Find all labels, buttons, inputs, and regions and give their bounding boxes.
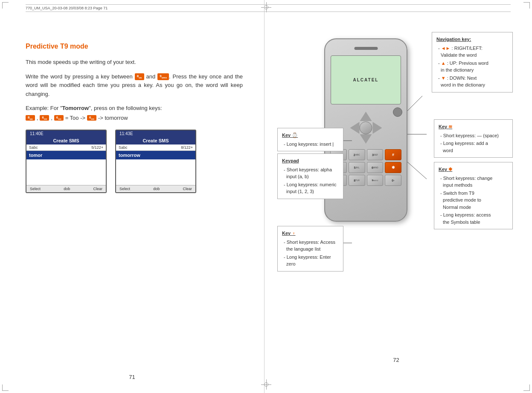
annotation-key0-item1: - Short keypress: Access the language li…: [284, 239, 339, 253]
key-3-def[interactable]: 3DEF: [367, 149, 384, 160]
sms-header-1: 11:40E: [26, 130, 106, 137]
annotation-key1-item: - Long keypress: insert |: [284, 141, 339, 148]
sms-sub-1: Sabc 5/122+: [26, 144, 106, 151]
formula-key2: 6oo: [40, 115, 49, 121]
bottom-reg-mark: [261, 379, 271, 390]
annotation-key1-title: Key ⌚: [282, 132, 339, 139]
left-page: Predictive T9 mode This mode speeds up t…: [0, 0, 265, 393]
nav-up-btn[interactable]: [360, 112, 372, 121]
key-hash[interactable]: #: [385, 149, 401, 160]
and-text: and: [146, 73, 158, 80]
annotation-key1: Key ⌚ - Long keypress: insert |: [277, 128, 343, 151]
sms-screen-2: 11:43E Create SMS Sabc 8/122+ tomorrow S…: [115, 130, 196, 193]
annotation-hash-title: Key ≋: [439, 123, 508, 130]
sms-select-2: Select: [119, 187, 130, 191]
sms-body-light-1: [26, 159, 106, 185]
annotation-nav-item-2: - ▲ : UP: Previous word in the dictionar…: [438, 60, 508, 74]
sms-screens: 11:40E Create SMS Sabc 5/122+ tomor Sele…: [26, 130, 243, 193]
annotation-star-item3: - Long keypress: access the Symbols tabl…: [440, 211, 508, 225]
annotation-keyhash: Key ≋ - Short keypress: — (space) - Long…: [434, 119, 513, 158]
svg-line-7: [407, 162, 427, 179]
sms-brand-2: 11:43E: [119, 131, 133, 136]
svg-line-5: [407, 96, 422, 111]
annotation-hash-item1: - Short keypress: — (space): [440, 132, 508, 139]
formula-line: 8uu , 6oo , 6oo = Too -> 6oo -> tomorrow: [26, 115, 243, 121]
phone-screen: ALCATEL: [331, 55, 401, 104]
annotation-nav-item-1: - ◄► : RIGHT/LEFT: Validate the word: [438, 45, 508, 59]
sms-title-2: Create SMS: [116, 137, 195, 144]
annotation-star-item1: - Short keypress: change input methods: [440, 175, 508, 189]
intro-paragraph: This mode speeds up the writing of your …: [26, 58, 243, 66]
annotation-nav-title: Navigation key:: [436, 36, 508, 43]
sms-clear-1: Clear: [93, 187, 102, 191]
sms-mid-2: dob: [153, 187, 160, 191]
right-page-content: ALCATEL: [277, 17, 515, 376]
formula-equals: = Too ->: [65, 115, 85, 121]
phone-camera: [393, 107, 402, 117]
print-header-text: 770_UM_USA_20-03-08 20/03/08 8:23 Page 7…: [26, 6, 108, 10]
formula-key3: 6oo: [54, 115, 64, 121]
key-0[interactable]: 0+: [385, 175, 401, 186]
key-2-abc[interactable]: 2ABC: [349, 149, 365, 160]
annotation-nav-item-3: - ▼ : DOWN: Next word in the dictionary: [438, 75, 508, 89]
body-paragraph: Write the word by pressing a key between…: [26, 72, 243, 99]
sms-footer-1: Select dob Clear: [26, 185, 106, 192]
sms-sender-1: Sabc: [29, 145, 38, 150]
key-5-jkl[interactable]: 5JKL: [349, 162, 365, 173]
formula-key1: 8uu: [26, 115, 35, 121]
page-title: Predictive T9 mode: [26, 43, 243, 50]
sms-body-text-2: tomorrow: [119, 153, 140, 158]
annotation-keypad: Keypad - Short keypress: alpha input (a,…: [277, 153, 343, 199]
sms-count-2: 8/122+: [181, 145, 193, 150]
sms-mid-1: dob: [64, 187, 70, 191]
sms-header-2: 11:43E: [116, 130, 195, 137]
annotation-keystar: Key ✱ - Short keypress: change input met…: [434, 162, 513, 229]
sms-brand-1: 11:40E: [30, 131, 44, 136]
nav-right-btn[interactable]: [372, 122, 382, 134]
comma1: ,: [37, 115, 38, 121]
sms-footer-2: Select dob Clear: [116, 185, 195, 192]
key-star[interactable]: ✱: [385, 162, 401, 173]
example-label: Example: For "Tomorrow", press on the fo…: [26, 105, 243, 111]
phone-speaker: [354, 47, 378, 50]
phone-nav: [350, 112, 382, 144]
right-page: ALCATEL: [265, 0, 532, 393]
annotation-hash-item2: - Long keypress: add a word: [440, 140, 508, 154]
sms-body-1: tomor: [26, 151, 106, 159]
sms-clear-2: Clear: [183, 187, 192, 191]
annotation-keypad-item1: - Short keypress: alpha input (a, b): [284, 166, 339, 180]
formula-key4: 6oo: [87, 115, 96, 121]
sms-body-text-1: tomor: [29, 153, 42, 158]
nav-left-btn[interactable]: [350, 122, 359, 134]
annotation-navigation: Navigation key: - ◄► : RIGHT/LEFT: Valid…: [432, 32, 513, 92]
annotation-key0-item2: - Long keypress: Enter zero: [284, 254, 339, 268]
annotation-key0: Key ♀ - Short keypress: Access the langu…: [277, 226, 343, 272]
sms-select-1: Select: [30, 187, 41, 191]
formula-arrow2: -> tomorrow: [98, 115, 128, 121]
page-number-left: 71: [129, 374, 135, 380]
sms-count-1: 5/122+: [91, 145, 103, 150]
annotation-keypad-title: Keypad: [282, 157, 339, 165]
page-number-right: 72: [393, 357, 399, 363]
phone-brand: ALCATEL: [353, 78, 379, 82]
key-icon-end: 9ums: [157, 73, 169, 80]
annotation-keypad-item2: - Long keypress: numeric input (1, 2, 3): [284, 181, 339, 195]
print-header: 770_UM_USA_20-03-08 20/03/08 8:23 Page 7…: [26, 4, 511, 12]
page-wrapper: 770_UM_USA_20-03-08 20/03/08 8:23 Page 7…: [0, 0, 532, 393]
annotation-key0-title: Key ♀: [282, 230, 339, 237]
sms-body-2: tomorrow: [116, 151, 195, 159]
annotation-star-title: Key ✱: [439, 166, 508, 173]
sms-title-1: Create SMS: [26, 137, 106, 144]
key-icon-start: 8uu: [135, 73, 144, 80]
sms-screen-1: 11:40E Create SMS Sabc 5/122+ tomor Sele…: [26, 130, 107, 193]
key-6-mno[interactable]: 6MNO: [367, 162, 384, 173]
key-8-tuv[interactable]: 8TUV: [349, 175, 365, 186]
nav-down-btn[interactable]: [360, 134, 372, 144]
sms-body-light-2: [116, 159, 195, 185]
nav-center-btn[interactable]: [360, 121, 372, 134]
annotation-star-item2: - Switch from T9 predictive mode to Norm…: [440, 190, 508, 211]
comma2: ,: [51, 115, 52, 121]
sms-sub-2: Sabc 8/122+: [116, 144, 195, 151]
sms-sender-2: Sabc: [119, 145, 128, 150]
key-9-wxyz[interactable]: 9WXYZ: [367, 175, 384, 186]
